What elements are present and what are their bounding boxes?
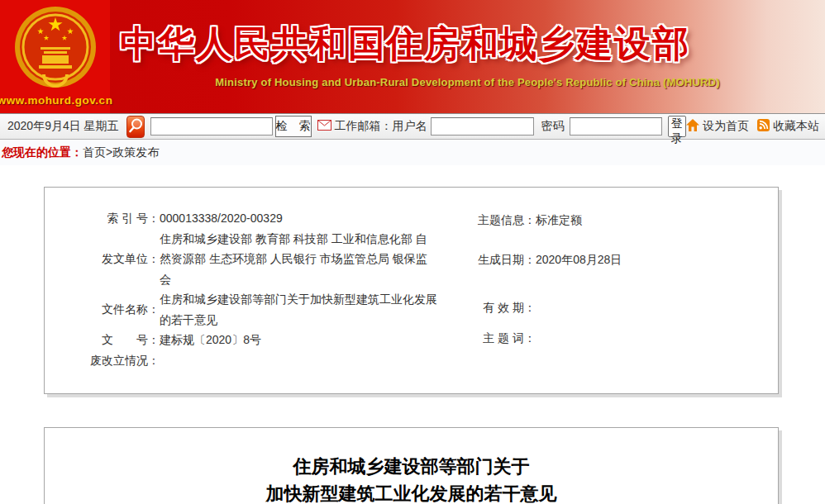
breadcrumb-path[interactable]: 首页>政策发布 xyxy=(83,145,159,160)
field-label: 主题信息： xyxy=(428,210,536,231)
username-input[interactable] xyxy=(431,117,534,136)
quick-links: 设为首页 收藏本站 xyxy=(686,119,821,134)
site-title: 中华人民共和国住房和城乡建设部 xyxy=(120,20,825,69)
field-label: 有 效 期： xyxy=(428,297,536,318)
field-value: 住房和城乡建设部 教育部 科技部 工业和信息化部 自然资源部 生态环境部 人民银… xyxy=(160,229,437,290)
field-index-number: 索 引 号： 000013338/2020-00329 xyxy=(45,208,483,229)
password-input[interactable] xyxy=(570,117,662,136)
breadcrumb: 您现在的位置： 首页>政策发布 xyxy=(0,140,825,165)
site-subtitle: Ministry of Housing and Urban-Rural Deve… xyxy=(110,76,825,88)
field-label: 主 题 词： xyxy=(428,328,536,349)
field-label: 发文单位： xyxy=(45,249,160,269)
field-label: 废改立情况： xyxy=(45,350,160,371)
site-url: www.mohurd.gov.cn xyxy=(0,94,112,107)
field-value: 住房和城乡建设部等部门关于加快新型建筑工业化发展的若干意见 xyxy=(160,289,437,330)
field-subject-info: 主题信息： 标准定额 xyxy=(428,210,582,231)
field-value: 建标规〔2020〕8号 xyxy=(160,330,437,350)
toolbar: 2020年9月4日 星期五 检 索 工作邮箱：用户名 密码 登录 xyxy=(0,113,825,140)
field-validity-period: 有 效 期： xyxy=(428,297,536,318)
field-label: 文件名称： xyxy=(45,299,160,320)
document-info-box: 索 引 号： 000013338/2020-00329 发文单位： 住房和城乡建… xyxy=(44,187,779,394)
search-button[interactable] xyxy=(126,116,145,138)
national-emblem-icon xyxy=(13,0,98,93)
mail-username-label: 工作邮箱：用户名 xyxy=(335,119,427,134)
site-header: www.mohurd.gov.cn 中华人民共和国住房和城乡建设部 Minist… xyxy=(0,0,825,113)
breadcrumb-label: 您现在的位置： xyxy=(2,145,83,160)
field-label: 索 引 号： xyxy=(45,208,160,229)
date-text: 2020年9月4日 星期五 xyxy=(7,119,119,134)
field-label: 生成日期： xyxy=(428,250,536,270)
field-value: 000013338/2020-00329 xyxy=(160,208,437,229)
field-label: 文 号： xyxy=(45,330,160,350)
field-issuing-units: 发文单位： 住房和城乡建设部 教育部 科技部 工业和信息化部 自然资源部 生态环… xyxy=(45,229,483,290)
login-button[interactable]: 登录 xyxy=(668,116,686,137)
banner: 中华人民共和国住房和城乡建设部 Ministry of Housing and … xyxy=(110,0,825,113)
field-document-name: 文件名称： 住房和城乡建设部等部门关于加快新型建筑工业化发展的若干意见 xyxy=(45,289,483,330)
retrieve-button[interactable]: 检 索 xyxy=(275,116,312,137)
house-icon xyxy=(686,119,699,134)
search-input[interactable] xyxy=(150,117,273,136)
field-document-number: 文 号： 建标规〔2020〕8号 xyxy=(45,330,483,350)
favorite-link[interactable]: 收藏本站 xyxy=(773,119,819,134)
set-home-link[interactable]: 设为首页 xyxy=(703,119,749,134)
document-title-line1: 住房和城乡建设部等部门关于 xyxy=(45,453,778,480)
magnifier-icon xyxy=(127,117,144,136)
rss-icon xyxy=(757,119,770,134)
site-logo[interactable]: www.mohurd.gov.cn xyxy=(0,0,110,113)
field-creation-date: 生成日期： 2020年08月28日 xyxy=(428,250,622,270)
field-value: 2020年08月28日 xyxy=(536,250,622,270)
password-label: 密码 xyxy=(541,119,565,134)
mohurd-page: www.mohurd.gov.cn 中华人民共和国住房和城乡建设部 Minist… xyxy=(0,0,825,504)
field-repeal-status: 废改立情况： xyxy=(45,350,483,371)
document-body-box: 住房和城乡建设部等部门关于 加快新型建筑工业化发展的若干意见 xyxy=(44,427,779,504)
field-value: 标准定额 xyxy=(536,210,582,231)
document-title-line2: 加快新型建筑工业化发展的若干意见 xyxy=(45,480,778,504)
info-left-column: 索 引 号： 000013338/2020-00329 发文单位： 住房和城乡建… xyxy=(45,208,483,370)
field-subject-words: 主 题 词： xyxy=(428,328,536,349)
envelope-icon xyxy=(317,120,331,133)
